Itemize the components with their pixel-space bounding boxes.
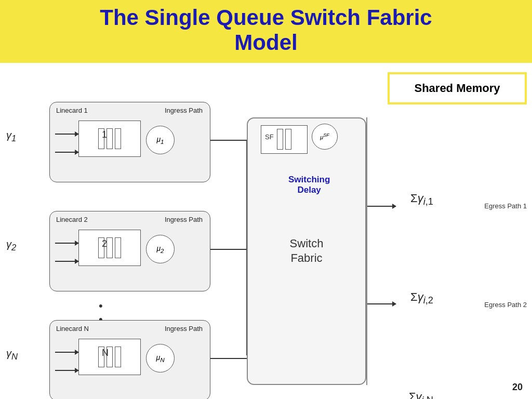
- shared-memory-box: Shared Memory: [388, 72, 527, 104]
- server-N-label: μN: [156, 353, 164, 363]
- arrow-in-Na: [55, 352, 78, 353]
- linecard-1: Linecard 1 Ingress Path μ1 1: [49, 102, 210, 182]
- arrow-in-2b: [55, 261, 78, 262]
- gamma-N-label: γN: [6, 348, 18, 362]
- linecard-1-label: Linecard 1: [56, 107, 88, 114]
- egress-arrowhead-2: [392, 301, 399, 307]
- switch-fabric-label: SwitchFabric: [290, 236, 324, 266]
- queue-line-1b: [107, 128, 113, 149]
- arrow-in-2a: [55, 243, 78, 244]
- server-N: μN: [146, 344, 175, 373]
- sf-label: SF: [265, 133, 274, 141]
- slide-title: The Single Queue Switch Fabric Model: [10, 5, 522, 56]
- page-number: 20: [512, 382, 523, 393]
- sum-gamma-2: Σγi,2: [410, 290, 433, 306]
- sf-queue-line-b: [285, 129, 291, 150]
- sum-gamma-1: Σγi,1: [410, 192, 433, 207]
- switching-delay-label: Switching Delay: [288, 175, 330, 195]
- arrow-in-1b: [55, 152, 78, 153]
- sf-server-circle: μSF: [312, 124, 338, 150]
- switching-delay-line2: Delay: [297, 185, 321, 195]
- linecard-N-label: Linecard N: [56, 325, 89, 332]
- server-1-label: μ1: [156, 135, 164, 145]
- server-2: μ2: [146, 235, 175, 263]
- switching-delay-line1: Switching: [288, 175, 330, 184]
- server-2-label: μ2: [156, 244, 164, 254]
- arrow-in-Nb: [55, 370, 78, 371]
- sf-mu-label: μSF: [320, 132, 329, 140]
- server-num-1: 1: [102, 129, 107, 140]
- server-1: μ1: [146, 126, 175, 154]
- queue-line-2b: [107, 237, 113, 258]
- egress-arrow-1: [367, 206, 396, 207]
- queue-area-2: [78, 230, 141, 266]
- egress-arrow-2: [367, 303, 396, 304]
- gamma-2-label: γ2: [6, 238, 16, 253]
- server-num-N: N: [102, 348, 109, 358]
- queue-line-1c: [115, 128, 121, 149]
- linecard-2: Linecard 2 Ingress Path μ2 2: [49, 211, 210, 291]
- server-num-2: 2: [102, 238, 107, 249]
- h-connect-N: [210, 358, 247, 359]
- h-connect-2: [210, 249, 247, 250]
- queue-line-2c: [115, 237, 121, 258]
- queue-area-1: [78, 121, 141, 157]
- queue-line-Nc: [115, 347, 121, 367]
- gamma-1-label: γ1: [6, 129, 16, 144]
- arrow-in-1a: [55, 134, 78, 135]
- queue-area-N: [78, 339, 141, 375]
- egress-arrowhead-1: [392, 204, 399, 209]
- title-bar: The Single Queue Switch Fabric Model: [0, 0, 532, 63]
- switch-fabric-box: SwitchFabric: [247, 117, 366, 385]
- sum-gamma-N: Σγi,N: [409, 390, 433, 399]
- linecard-2-label: Linecard 2: [56, 216, 88, 223]
- linecard-1-path: Ingress Path: [165, 107, 203, 114]
- sf-queue-line-a: [277, 129, 283, 150]
- egress-path-2-label: Egress Path 2: [484, 301, 527, 309]
- shared-memory-label: Shared Memory: [414, 82, 500, 95]
- egress-path-1-label: Egress Path 1: [484, 202, 527, 210]
- main-content: Shared Memory Linecard 1 Ingress Path μ1…: [0, 63, 532, 395]
- linecard-N-path: Ingress Path: [165, 325, 203, 332]
- sf-right-border: [366, 117, 367, 385]
- linecard-2-path: Ingress Path: [165, 216, 203, 223]
- linecard-N: Linecard N Ingress Path μN N: [49, 320, 210, 399]
- h-connect-1: [210, 140, 247, 141]
